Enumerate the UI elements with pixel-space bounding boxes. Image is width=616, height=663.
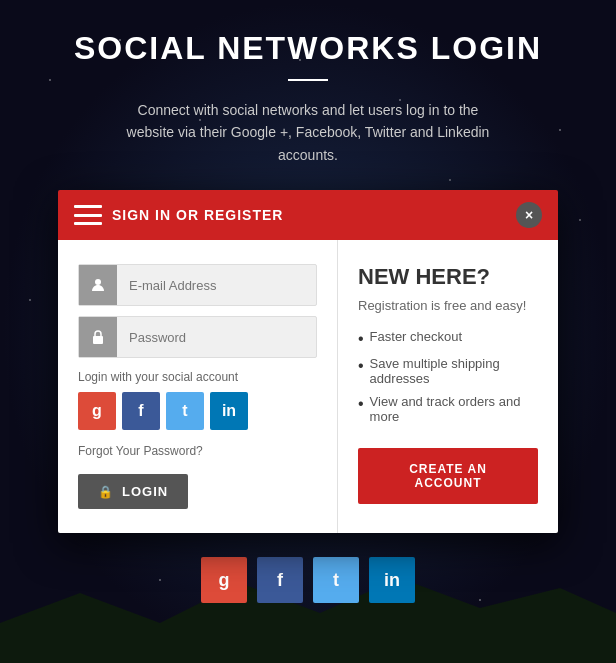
bullet-icon: • [358, 329, 364, 348]
google-login-button[interactable]: g [78, 392, 116, 430]
svg-rect-1 [93, 336, 103, 344]
page-title: SOCIAL NETWORKS LOGIN [74, 30, 542, 67]
social-login-label: Login with your social account [78, 370, 317, 384]
page-description: Connect with social networks and let use… [118, 99, 498, 166]
modal-body: Login with your social account g f t in … [58, 240, 558, 533]
login-button-label: LOGIN [122, 484, 168, 499]
bottom-twitter-button[interactable]: t [313, 557, 359, 603]
linkedin-login-button[interactable]: in [210, 392, 248, 430]
facebook-login-button[interactable]: f [122, 392, 160, 430]
login-modal: SIGN IN OR REGISTER × [58, 190, 558, 533]
password-input-group [78, 316, 317, 358]
title-divider [288, 79, 328, 81]
bullet-icon: • [358, 356, 364, 375]
benefit-2: Save multiple shipping addresses [370, 356, 538, 386]
bottom-google-button[interactable]: g [201, 557, 247, 603]
create-account-button[interactable]: CREATE AN ACCOUNT [358, 448, 538, 504]
list-item: • View and track orders and more [358, 394, 538, 424]
bullet-icon: • [358, 394, 364, 413]
benefit-3: View and track orders and more [370, 394, 538, 424]
register-panel: NEW HERE? Registration is free and easy!… [338, 240, 558, 533]
twitter-login-button[interactable]: t [166, 392, 204, 430]
list-item: • Faster checkout [358, 329, 538, 348]
modal-header-title: SIGN IN OR REGISTER [112, 207, 283, 223]
login-panel: Login with your social account g f t in … [58, 240, 338, 533]
password-input[interactable] [117, 320, 316, 355]
email-input-group [78, 264, 317, 306]
login-lock-icon: 🔒 [98, 485, 114, 499]
svg-point-0 [95, 279, 101, 285]
email-input[interactable] [117, 268, 316, 303]
bottom-linkedin-button[interactable]: in [369, 557, 415, 603]
bottom-social-bar: g f t in [201, 557, 415, 603]
list-icon [74, 205, 102, 225]
benefit-1: Faster checkout [370, 329, 463, 344]
forgot-password-link[interactable]: Forgot Your Password? [78, 444, 317, 458]
user-icon [79, 265, 117, 305]
registration-subtitle: Registration is free and easy! [358, 298, 538, 313]
social-login-buttons: g f t in [78, 392, 317, 430]
new-here-title: NEW HERE? [358, 264, 538, 290]
lock-icon [79, 317, 117, 357]
modal-header: SIGN IN OR REGISTER × [58, 190, 558, 240]
login-button[interactable]: 🔒 LOGIN [78, 474, 188, 509]
bottom-facebook-button[interactable]: f [257, 557, 303, 603]
close-button[interactable]: × [516, 202, 542, 228]
benefits-list: • Faster checkout • Save multiple shippi… [358, 329, 538, 424]
list-item: • Save multiple shipping addresses [358, 356, 538, 386]
modal-header-left: SIGN IN OR REGISTER [74, 205, 283, 225]
